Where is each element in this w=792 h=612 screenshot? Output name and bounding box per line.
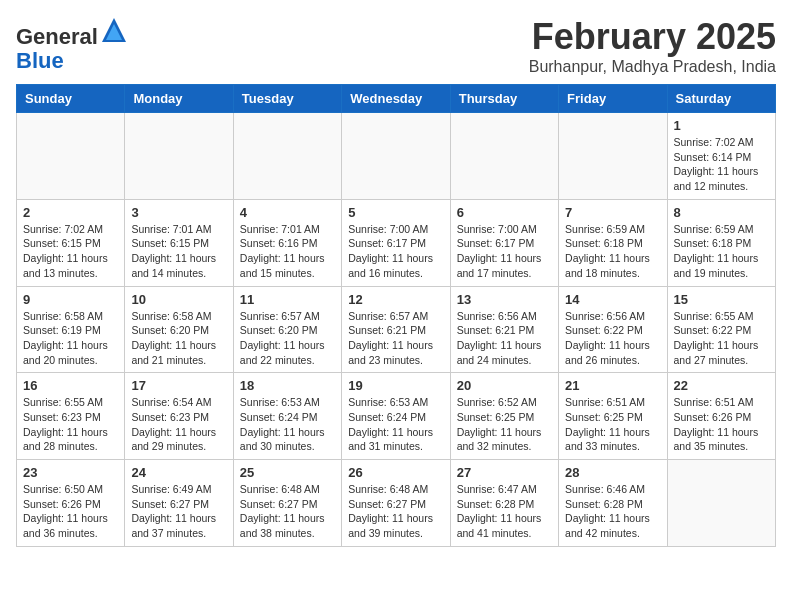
calendar-cell: 27Sunrise: 6:47 AM Sunset: 6:28 PM Dayli… [450,460,558,547]
day-number: 2 [23,205,118,220]
calendar-cell: 18Sunrise: 6:53 AM Sunset: 6:24 PM Dayli… [233,373,341,460]
calendar-cell: 26Sunrise: 6:48 AM Sunset: 6:27 PM Dayli… [342,460,450,547]
day-info: Sunrise: 6:56 AM Sunset: 6:21 PM Dayligh… [457,309,552,368]
weekday-header-friday: Friday [559,85,667,113]
calendar-cell: 13Sunrise: 6:56 AM Sunset: 6:21 PM Dayli… [450,286,558,373]
calendar-cell: 24Sunrise: 6:49 AM Sunset: 6:27 PM Dayli… [125,460,233,547]
day-number: 21 [565,378,660,393]
day-info: Sunrise: 7:01 AM Sunset: 6:16 PM Dayligh… [240,222,335,281]
day-number: 22 [674,378,769,393]
calendar-cell: 11Sunrise: 6:57 AM Sunset: 6:20 PM Dayli… [233,286,341,373]
day-number: 27 [457,465,552,480]
calendar-cell [342,113,450,200]
day-info: Sunrise: 6:51 AM Sunset: 6:25 PM Dayligh… [565,395,660,454]
calendar-cell: 17Sunrise: 6:54 AM Sunset: 6:23 PM Dayli… [125,373,233,460]
calendar-cell: 23Sunrise: 6:50 AM Sunset: 6:26 PM Dayli… [17,460,125,547]
calendar: SundayMondayTuesdayWednesdayThursdayFrid… [16,84,776,547]
day-number: 28 [565,465,660,480]
day-number: 6 [457,205,552,220]
calendar-cell: 28Sunrise: 6:46 AM Sunset: 6:28 PM Dayli… [559,460,667,547]
calendar-cell [125,113,233,200]
day-number: 17 [131,378,226,393]
location: Burhanpur, Madhya Pradesh, India [529,58,776,76]
weekday-header-wednesday: Wednesday [342,85,450,113]
logo: General Blue [16,16,128,73]
weekday-header-thursday: Thursday [450,85,558,113]
day-info: Sunrise: 7:02 AM Sunset: 6:14 PM Dayligh… [674,135,769,194]
weekday-header-row: SundayMondayTuesdayWednesdayThursdayFrid… [17,85,776,113]
day-info: Sunrise: 6:55 AM Sunset: 6:23 PM Dayligh… [23,395,118,454]
calendar-cell: 9Sunrise: 6:58 AM Sunset: 6:19 PM Daylig… [17,286,125,373]
calendar-cell: 10Sunrise: 6:58 AM Sunset: 6:20 PM Dayli… [125,286,233,373]
title-section: February 2025 Burhanpur, Madhya Pradesh,… [529,16,776,76]
calendar-cell: 7Sunrise: 6:59 AM Sunset: 6:18 PM Daylig… [559,199,667,286]
day-info: Sunrise: 7:02 AM Sunset: 6:15 PM Dayligh… [23,222,118,281]
day-info: Sunrise: 6:55 AM Sunset: 6:22 PM Dayligh… [674,309,769,368]
day-info: Sunrise: 6:58 AM Sunset: 6:20 PM Dayligh… [131,309,226,368]
day-info: Sunrise: 6:46 AM Sunset: 6:28 PM Dayligh… [565,482,660,541]
calendar-cell [450,113,558,200]
day-info: Sunrise: 6:56 AM Sunset: 6:22 PM Dayligh… [565,309,660,368]
day-number: 8 [674,205,769,220]
day-info: Sunrise: 6:59 AM Sunset: 6:18 PM Dayligh… [674,222,769,281]
calendar-week-4: 16Sunrise: 6:55 AM Sunset: 6:23 PM Dayli… [17,373,776,460]
day-number: 24 [131,465,226,480]
day-info: Sunrise: 6:53 AM Sunset: 6:24 PM Dayligh… [348,395,443,454]
day-number: 11 [240,292,335,307]
day-info: Sunrise: 6:48 AM Sunset: 6:27 PM Dayligh… [240,482,335,541]
day-info: Sunrise: 7:00 AM Sunset: 6:17 PM Dayligh… [348,222,443,281]
calendar-cell: 22Sunrise: 6:51 AM Sunset: 6:26 PM Dayli… [667,373,775,460]
weekday-header-monday: Monday [125,85,233,113]
day-info: Sunrise: 6:49 AM Sunset: 6:27 PM Dayligh… [131,482,226,541]
day-number: 7 [565,205,660,220]
calendar-cell [233,113,341,200]
calendar-cell: 1Sunrise: 7:02 AM Sunset: 6:14 PM Daylig… [667,113,775,200]
calendar-cell: 25Sunrise: 6:48 AM Sunset: 6:27 PM Dayli… [233,460,341,547]
day-number: 18 [240,378,335,393]
day-number: 15 [674,292,769,307]
day-info: Sunrise: 6:58 AM Sunset: 6:19 PM Dayligh… [23,309,118,368]
calendar-week-3: 9Sunrise: 6:58 AM Sunset: 6:19 PM Daylig… [17,286,776,373]
day-info: Sunrise: 6:53 AM Sunset: 6:24 PM Dayligh… [240,395,335,454]
day-number: 10 [131,292,226,307]
calendar-cell: 14Sunrise: 6:56 AM Sunset: 6:22 PM Dayli… [559,286,667,373]
calendar-cell: 16Sunrise: 6:55 AM Sunset: 6:23 PM Dayli… [17,373,125,460]
calendar-cell: 4Sunrise: 7:01 AM Sunset: 6:16 PM Daylig… [233,199,341,286]
day-number: 9 [23,292,118,307]
day-info: Sunrise: 7:00 AM Sunset: 6:17 PM Dayligh… [457,222,552,281]
day-number: 20 [457,378,552,393]
logo-blue: Blue [16,48,64,73]
day-info: Sunrise: 6:57 AM Sunset: 6:20 PM Dayligh… [240,309,335,368]
calendar-cell: 19Sunrise: 6:53 AM Sunset: 6:24 PM Dayli… [342,373,450,460]
day-number: 3 [131,205,226,220]
weekday-header-saturday: Saturday [667,85,775,113]
logo-general: General [16,24,98,49]
calendar-cell: 6Sunrise: 7:00 AM Sunset: 6:17 PM Daylig… [450,199,558,286]
calendar-cell [559,113,667,200]
calendar-cell: 2Sunrise: 7:02 AM Sunset: 6:15 PM Daylig… [17,199,125,286]
calendar-cell [667,460,775,547]
day-info: Sunrise: 6:47 AM Sunset: 6:28 PM Dayligh… [457,482,552,541]
day-info: Sunrise: 6:57 AM Sunset: 6:21 PM Dayligh… [348,309,443,368]
weekday-header-sunday: Sunday [17,85,125,113]
calendar-cell: 5Sunrise: 7:00 AM Sunset: 6:17 PM Daylig… [342,199,450,286]
calendar-cell: 21Sunrise: 6:51 AM Sunset: 6:25 PM Dayli… [559,373,667,460]
day-number: 1 [674,118,769,133]
calendar-cell [17,113,125,200]
day-number: 13 [457,292,552,307]
calendar-cell: 20Sunrise: 6:52 AM Sunset: 6:25 PM Dayli… [450,373,558,460]
weekday-header-tuesday: Tuesday [233,85,341,113]
day-info: Sunrise: 6:52 AM Sunset: 6:25 PM Dayligh… [457,395,552,454]
day-info: Sunrise: 7:01 AM Sunset: 6:15 PM Dayligh… [131,222,226,281]
calendar-week-1: 1Sunrise: 7:02 AM Sunset: 6:14 PM Daylig… [17,113,776,200]
page-header: General Blue February 2025 Burhanpur, Ma… [16,16,776,76]
day-number: 16 [23,378,118,393]
logo-icon [100,16,128,44]
calendar-cell: 3Sunrise: 7:01 AM Sunset: 6:15 PM Daylig… [125,199,233,286]
day-number: 4 [240,205,335,220]
calendar-cell: 15Sunrise: 6:55 AM Sunset: 6:22 PM Dayli… [667,286,775,373]
day-info: Sunrise: 6:54 AM Sunset: 6:23 PM Dayligh… [131,395,226,454]
day-number: 12 [348,292,443,307]
calendar-week-2: 2Sunrise: 7:02 AM Sunset: 6:15 PM Daylig… [17,199,776,286]
day-number: 23 [23,465,118,480]
